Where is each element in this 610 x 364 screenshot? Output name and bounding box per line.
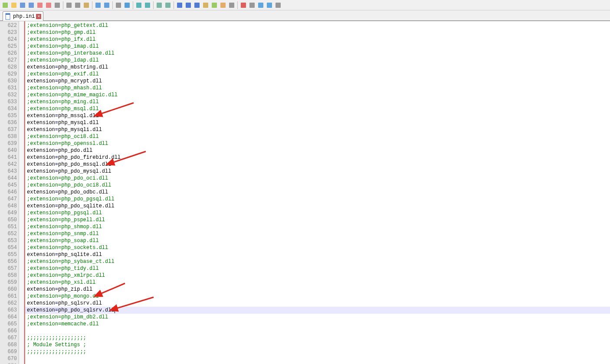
code-line[interactable]: ;extension=php_sockets.dll [24, 244, 610, 251]
code-line[interactable]: ;extension=php_mhash.dll [24, 85, 610, 92]
code-line[interactable]: extension=php_zip.dll [24, 286, 610, 293]
sync-scroll-icon[interactable] [164, 1, 172, 10]
svg-rect-27 [258, 3, 263, 8]
record-macro-icon[interactable] [239, 1, 248, 10]
find-icon[interactable] [114, 1, 123, 10]
code-line[interactable] [24, 355, 610, 362]
code-line[interactable]: ;extension=php_pgsql.dll [24, 210, 610, 216]
code-line[interactable]: extension=php_pdo_sqlite.dll [24, 203, 610, 210]
svg-rect-26 [249, 3, 255, 8]
undo-icon[interactable] [94, 1, 102, 10]
svg-rect-6 [55, 3, 60, 8]
cut-icon[interactable] [65, 1, 73, 10]
code-line[interactable]: ;extension=php_mime_magic.dll [24, 92, 610, 98]
code-line[interactable]: ;extension=php_soap.dll [24, 237, 610, 244]
svg-rect-8 [75, 3, 80, 8]
code-line[interactable]: ;extension=memcache.dll [24, 321, 610, 328]
replace-icon[interactable] [123, 1, 131, 10]
new-file-icon[interactable] [1, 1, 10, 10]
code-line[interactable]: ;extension=php_xmlrpc.dll [24, 272, 610, 279]
code-line[interactable]: ;extension=php_ifx.dll [24, 36, 610, 43]
indent-guide-icon[interactable] [193, 1, 201, 10]
editor[interactable]: 6226236246256266276286296306316326336346… [0, 21, 610, 364]
code-line[interactable]: extension=php_pdo_firebird.dll [24, 154, 610, 161]
code-line[interactable]: ; Module Settings ; [24, 341, 610, 348]
line-number-gutter: 6226236246256266276286296306316326336346… [0, 21, 19, 364]
doc-map-icon[interactable] [201, 1, 210, 10]
code-line[interactable]: extension=php_pdo_odbc.dll [24, 189, 610, 196]
save-all-icon[interactable] [27, 1, 36, 10]
code-line[interactable]: extension=php_pdo_mysql.dll [24, 168, 610, 175]
folder-workspace-icon[interactable] [219, 1, 227, 10]
word-wrap-icon[interactable] [175, 1, 184, 10]
open-file-icon[interactable] [10, 1, 18, 10]
code-line[interactable]: ;extension=php_gmp.dll [24, 29, 610, 36]
code-text-area[interactable]: ;extension=php_gettext.dll;extension=php… [24, 21, 610, 364]
code-line[interactable]: extension=php_pdo_sqlsrv.dll [24, 307, 610, 314]
monitor-icon[interactable] [227, 1, 236, 10]
code-line[interactable]: ;extension=php_tidy.dll [24, 265, 610, 272]
code-line[interactable]: ;extension=php_msql.dll [24, 105, 610, 112]
svg-rect-23 [220, 3, 226, 8]
code-line[interactable]: ;extension=php_ldap.dll [24, 57, 610, 64]
stop-macro-icon[interactable] [248, 1, 256, 10]
code-line[interactable]: extension=php_sqlite.dll [24, 251, 610, 258]
code-line[interactable]: ;extension=php_pdo_pgsql.dll [24, 196, 610, 203]
save-icon[interactable] [18, 1, 27, 10]
code-line[interactable]: extension=php_pdo_mssql.dll [24, 161, 610, 168]
svg-rect-7 [66, 3, 72, 8]
code-line[interactable]: ;extension=php_snmp.dll [24, 230, 610, 237]
code-line[interactable]: ;extension=php_sybase_ct.dll [24, 258, 610, 265]
run-mult-icon[interactable] [265, 1, 274, 10]
code-line[interactable]: ;extension=php_pspell.dll [24, 216, 610, 223]
code-line[interactable]: extension=php_mcrypt.dll [24, 78, 610, 85]
code-line[interactable]: extension=php_mbstring.dll [24, 64, 610, 71]
code-line[interactable]: extension=php_pdo.dll [24, 147, 610, 154]
code-line[interactable]: ;extension=php_ming.dll [24, 98, 610, 105]
code-line[interactable]: ;extension=php_imap.dll [24, 43, 610, 50]
tab-close-button[interactable]: ✕ [36, 14, 41, 19]
code-line[interactable]: extension=php_mysql.dll [24, 119, 610, 126]
code-line[interactable]: extension=php_sqlsrv.dll [24, 300, 610, 307]
svg-rect-14 [136, 3, 141, 8]
code-line[interactable]: ;extension=php_ibm_db2.dll [24, 314, 610, 321]
code-line[interactable]: extension=php_mysqli.dll [24, 126, 610, 133]
print-icon[interactable] [53, 1, 62, 10]
copy-icon[interactable] [73, 1, 82, 10]
code-line[interactable]: ;extension=php_openssl.dll [24, 140, 610, 147]
code-line[interactable]: ;extension=php_interbase.dll [24, 50, 610, 57]
code-line[interactable]: ;;;;;;;;;;;;;;;;;;; [24, 348, 610, 355]
function-list-icon[interactable] [210, 1, 219, 10]
svg-rect-17 [165, 3, 171, 8]
svg-rect-24 [229, 3, 234, 8]
zoom-out-icon[interactable] [143, 1, 152, 10]
code-line[interactable]: ;extension=php_gettext.dll [24, 22, 610, 29]
code-line[interactable]: ;extension=php_exif.dll [24, 71, 610, 78]
close-all-icon[interactable] [44, 1, 53, 10]
svg-rect-3 [29, 3, 34, 8]
play-macro-icon[interactable] [256, 1, 265, 10]
fold-margin [19, 21, 24, 364]
svg-rect-19 [186, 3, 191, 8]
tabbar: php.ini ✕ [0, 10, 610, 21]
svg-rect-9 [84, 3, 89, 8]
code-line[interactable]: ;extension=php_mongo.dl [24, 293, 610, 300]
paste-icon[interactable] [82, 1, 91, 10]
code-line[interactable]: ;;;;;;;;;;;;;;;;;;; [24, 334, 610, 341]
zoom-in-icon[interactable] [134, 1, 143, 10]
show-all-icon[interactable] [184, 1, 193, 10]
svg-rect-25 [241, 3, 246, 8]
code-line[interactable] [24, 328, 610, 334]
redo-icon[interactable] [102, 1, 111, 10]
tab-php-ini[interactable]: php.ini ✕ [3, 11, 43, 21]
code-line[interactable]: ;extension=php_pdo_oci8.dll [24, 182, 610, 189]
code-line[interactable]: ;extension=php_oci8.dll [24, 133, 610, 140]
sync-view-icon[interactable] [155, 1, 164, 10]
close-icon[interactable] [36, 1, 44, 10]
svg-rect-1 [11, 3, 16, 8]
code-line[interactable]: ;extension=php_xsl.dll [24, 279, 610, 286]
code-line[interactable]: ;extension=php_shmop.dll [24, 223, 610, 230]
code-line[interactable]: ;extension=php_pdo_oci.dll [24, 175, 610, 182]
save-macro-icon[interactable] [274, 1, 282, 10]
code-line[interactable]: extension=php_mssql.dll [24, 112, 610, 119]
